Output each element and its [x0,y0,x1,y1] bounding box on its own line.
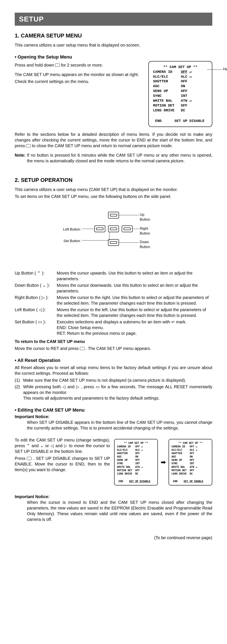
button-name: Left Button ( ◁ ): [15,307,57,318]
button-name: Down Button ( ⌄ ): [15,282,57,294]
edit-p1: To edit the CAM SET UP menu (change sett… [15,437,110,454]
button-desc: Moves the cursor upwards. Use this butto… [57,270,212,282]
button-name: Up Button ( ⌃ ): [15,270,57,282]
button-desc: Executes selections and displays a subme… [57,319,212,336]
open-p3: Check the current settings on the menu. [15,79,143,84]
highlight-leader-line [207,70,222,70]
edit-notice-label: Important Notice: [15,414,212,420]
osd-menu-main: ** CAM SET UP **CAMERA ID OFF ↵ALC/ELC A… [148,61,212,127]
note-text: If no button is pressed for 6 minutes wh… [27,152,212,164]
s1-heading: 1. CAMERA SETUP MENU [15,32,212,39]
allreset-intro: All Reset allows you to reset all setup … [15,365,212,376]
button-name: Set Button ( ▭ ): [15,319,57,336]
s2-heading: 2. SETUP OPERATION [15,176,212,184]
open-p1: Press and hold down for 2 seconds or mor… [15,62,143,68]
allreset-step: (1)Make sure that the CAM SET UP menu is… [15,378,212,383]
open-subheading: • Opening the Setup Menu [15,54,212,60]
diag-up-label: Up Button [140,212,150,222]
button-desc: Moves the cursor to the left. Use this b… [57,307,212,318]
button-desc-row: Right Button ( ▷ ):Moves the cursor to t… [15,295,212,306]
set-button-glyph-icon [80,347,84,350]
button-diagram-svg [55,210,172,256]
button-description-list: Up Button ( ⌃ ):Moves the cursor upwards… [15,270,212,336]
osd-menu-wrap: ** CAM SET UP **CAMERA ID OFF ↵ALC/ELC A… [148,61,212,127]
osd-pair: ** CAM SET UP **CAMERA ID OFF ↵ALC/ELC A… [114,439,212,485]
note-block: Note: If no button is pressed for 6 minu… [15,152,212,164]
notice2-text: When the cursor is moved to END and the … [15,500,212,522]
allreset-steps: (1)Make sure that the CAM SET UP menu is… [15,378,212,401]
arrow-right-icon: ➡ [161,458,166,466]
notice2-label: Important Notice: [15,494,212,500]
osd-menu-enable: ** CAM SET UP **CAMERA ID OFF ↵ALC/ELC A… [169,439,212,485]
svg-rect-4 [96,228,103,230]
button-desc-row: Down Button ( ⌄ ):Moves the cursor downw… [15,282,212,294]
svg-rect-12 [110,242,117,244]
allreset-step: (2)While pressing both ◁ and ▷ , press ▭… [15,384,212,401]
set-button-glyph-icon [55,64,60,67]
svg-rect-7 [110,228,117,230]
setup-header: SETUP [15,13,212,26]
set-button-glyph-icon [26,144,31,147]
edit-p2: Press . SET UP DISABLE changes to SET UP… [15,456,110,473]
button-name: Right Button ( ▷ ): [15,295,57,306]
button-desc-row: Set Button ( ▭ ):Executes selections and… [15,319,212,336]
highlight-label: Highlighted [223,67,227,72]
edit-subheading: • Editing the CAM SET UP Menu [15,407,212,413]
edit-notice: Important Notice: When SET UP DISABLE ap… [15,414,212,431]
diag-down-label: Down Button [140,240,150,250]
s2-intro1: This camera utilizes a user setup menu (… [15,187,212,192]
button-desc: Moves the cursor downwards. Use this but… [57,282,212,294]
svg-rect-9 [124,228,131,230]
refer-para: Refer to the sections below for a detail… [15,132,212,149]
edit-notice-text: When SET UP DISABLE appears in the botto… [15,420,212,431]
s2-intro2: To set items on the CAM SET UP menu, use… [15,194,212,199]
svg-rect-1 [110,214,117,216]
return-title: To return to the CAM SET UP menu [15,339,212,344]
button-diagram: Up Button Right Button Down Button Left … [55,210,172,258]
notice2: Important Notice: When the cursor is mov… [15,494,212,522]
s1-intro: This camera utilizes a user setup menu t… [15,42,212,48]
allreset-subheading: • All Reset Operation [15,357,212,364]
button-desc-row: Left Button ( ◁ ):Moves the cursor to th… [15,307,212,318]
osd-menu-disable: ** CAM SET UP **CAMERA ID OFF ↵ALC/ELC A… [114,439,158,485]
set-button-glyph-icon [27,457,31,460]
diag-left-label: Left Button [63,227,80,232]
footer-text: (To be continued reverse page) [0,531,227,553]
open-p2: The CAM SET UP menu appears on the monit… [15,72,143,78]
button-desc: Moves the cursor to the right. Use this … [57,295,212,306]
return-para: Move the cursor to RET and press . The C… [15,346,212,351]
button-desc-row: Up Button ( ⌃ ):Moves the cursor upwards… [15,270,212,282]
diag-set-label: Set Button [63,239,80,244]
diag-right-label: Right Button [140,226,150,236]
note-label: Note: [15,153,25,158]
